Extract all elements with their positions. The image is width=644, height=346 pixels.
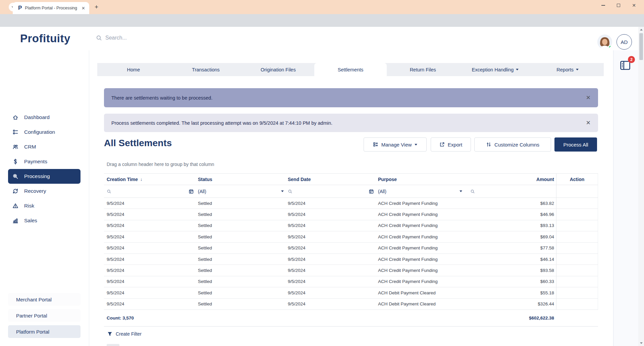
table-row[interactable]: 9/5/2024Settled9/5/2024ACH Credit Paymen… — [104, 243, 598, 254]
cell-status: Settled — [195, 209, 285, 220]
scrollbar-up-arrow[interactable] — [638, 27, 644, 33]
tab-close-icon[interactable]: ✕ — [81, 5, 86, 11]
sidebar-item-dashboard[interactable]: Dashboard — [8, 110, 80, 125]
window-close-button[interactable]: ✕ — [627, 0, 641, 11]
cell-status: Settled — [195, 243, 285, 253]
table-row[interactable]: 9/5/2024Settled9/5/2024ACH Credit Paymen… — [104, 254, 598, 265]
cell-amount: $63.82 — [464, 198, 556, 209]
creation-time-filter[interactable] — [104, 185, 195, 197]
column-header-send-date[interactable]: Send Date — [285, 174, 375, 185]
export-button[interactable]: Export — [431, 137, 471, 152]
export-label: Export — [448, 142, 462, 148]
column-header-label: Purpose — [378, 177, 397, 182]
cell-send-date: 9/5/2024 — [285, 287, 375, 298]
process-all-button[interactable]: Process All — [554, 137, 597, 152]
column-header-amount[interactable]: Amount — [464, 174, 556, 185]
cell-action — [556, 299, 598, 309]
cell-action — [556, 198, 598, 209]
table-row[interactable]: 9/5/2024Settled9/5/2024ACH Debit Payment… — [104, 299, 598, 310]
cell-send-date: 9/5/2024 — [285, 254, 375, 265]
sidebar-item-payments[interactable]: Payments — [8, 154, 80, 169]
dollar-icon — [12, 159, 18, 165]
tab-label: Settlements — [338, 67, 364, 72]
tab-settlements[interactable]: Settlements — [314, 63, 387, 76]
window-minimize-button[interactable] — [596, 0, 610, 11]
tab-reports[interactable]: Reports — [531, 63, 604, 76]
sidebar-item-label: Configuration — [24, 129, 55, 135]
portal-button-partner-portal[interactable]: Partner Portal — [8, 309, 80, 322]
status-filter-dropdown[interactable]: (All) — [195, 185, 285, 197]
sidebar-item-crm[interactable]: CRM — [8, 139, 80, 154]
table-row[interactable]: 9/5/2024Settled9/5/2024ACH Credit Paymen… — [104, 220, 598, 231]
purpose-filter-value: (All) — [378, 189, 386, 194]
table-filter-row: (All) (All) — [104, 185, 598, 198]
sidebar-item-sales[interactable]: Sales — [8, 213, 80, 228]
cell-amount: $69.04 — [464, 231, 556, 242]
sidebar-item-risk[interactable]: Risk — [8, 198, 80, 213]
column-header-creation-time[interactable]: Creation Time↓ — [104, 174, 195, 185]
action-filter-cell — [556, 185, 598, 197]
tab-home[interactable]: Home — [97, 63, 170, 76]
scrollbar-down-arrow[interactable] — [638, 340, 644, 346]
cell-status: Settled — [195, 231, 285, 242]
scrollbar-thumb[interactable] — [639, 33, 643, 60]
tab-transactions[interactable]: Transactions — [170, 63, 242, 76]
sidebar-item-configuration[interactable]: Configuration — [8, 125, 80, 139]
global-search-input[interactable]: Search... — [96, 35, 127, 41]
cell-status: Settled — [195, 198, 285, 209]
cell-creation-time: 9/5/2024 — [104, 287, 195, 298]
warning-banner: There are settlements waiting to be proc… — [104, 88, 598, 107]
amount-filter[interactable] — [464, 185, 556, 197]
app-logo[interactable]: Profituity — [20, 32, 70, 45]
cell-creation-time: 9/5/2024 — [104, 243, 195, 253]
browser-tab[interactable]: P Platform Portal - Processing - S ✕ — [13, 2, 89, 14]
cell-action — [556, 220, 598, 231]
create-filter-button[interactable]: Create Filter — [107, 331, 142, 337]
account-initials-avatar[interactable]: AD — [616, 34, 632, 50]
table-row[interactable]: 9/5/2024Settled9/5/2024ACH Credit Paymen… — [104, 276, 598, 287]
filter-funnel-icon — [107, 332, 112, 337]
cell-action — [556, 243, 598, 253]
window-maximize-button[interactable] — [612, 0, 625, 11]
new-tab-button[interactable]: + — [95, 4, 98, 10]
sidebar-item-processing[interactable]: Processing — [8, 169, 80, 184]
tab-origination-files[interactable]: Origination Files — [242, 63, 314, 76]
user-avatar[interactable] — [597, 35, 612, 49]
table-row[interactable]: 9/5/2024Settled9/5/2024ACH Credit Paymen… — [104, 231, 598, 242]
total-amount: $602,622.38 — [464, 310, 556, 326]
cell-purpose: ACH Credit Payment Funding — [375, 198, 464, 209]
close-icon[interactable]: ✕ — [586, 119, 591, 126]
page-scrollbar[interactable] — [638, 27, 644, 346]
purpose-filter-dropdown[interactable]: (All) — [375, 185, 464, 197]
cell-send-date: 9/5/2024 — [285, 299, 375, 309]
table-row[interactable]: 9/5/2024Settled9/5/2024ACH Credit Paymen… — [104, 198, 598, 209]
portal-label: Merchant Portal — [16, 297, 52, 302]
column-header-status[interactable]: Status — [195, 174, 285, 185]
process-all-label: Process All — [563, 142, 588, 148]
send-date-filter[interactable] — [285, 185, 375, 197]
customize-columns-button[interactable]: Customize Columns — [474, 137, 551, 152]
tab-return-files[interactable]: Return Files — [387, 63, 459, 76]
table-summary-row: Count: 3,570 $602,622.38 — [104, 310, 598, 327]
manage-view-button[interactable]: Manage View — [364, 137, 427, 152]
close-icon[interactable]: ✕ — [586, 94, 591, 101]
portal-button-merchant-portal[interactable]: Merchant Portal — [8, 293, 80, 306]
column-header-purpose[interactable]: Purpose — [375, 174, 464, 185]
sidebar-item-recovery[interactable]: Recovery — [8, 184, 80, 198]
search-icon — [107, 189, 111, 194]
calendar-icon[interactable] — [189, 189, 194, 194]
sidebar: DashboardConfigurationCRMPaymentsProcess… — [0, 50, 89, 346]
cell-creation-time: 9/5/2024 — [104, 254, 195, 265]
cell-creation-time: 9/5/2024 — [104, 231, 195, 242]
table-row[interactable]: 9/5/2024Settled9/5/2024ACH Credit Paymen… — [104, 209, 598, 220]
table-row[interactable]: 9/5/2024Settled9/5/2024ACH Debit Payment… — [104, 287, 598, 298]
cell-amount: $46.96 — [464, 209, 556, 220]
tab-exception-handling[interactable]: Exception Handling — [459, 63, 532, 76]
table-row[interactable]: 9/5/2024Settled9/5/2024ACH Credit Paymen… — [104, 265, 598, 276]
cell-amount: $93.58 — [464, 265, 556, 276]
cell-creation-time: 9/5/2024 — [104, 265, 195, 276]
page-title: All Settlements — [104, 138, 172, 149]
sidebar-item-label: Risk — [24, 203, 34, 209]
calendar-icon[interactable] — [369, 189, 374, 194]
portal-button-platform-portal[interactable]: Platform Portal — [8, 325, 80, 338]
